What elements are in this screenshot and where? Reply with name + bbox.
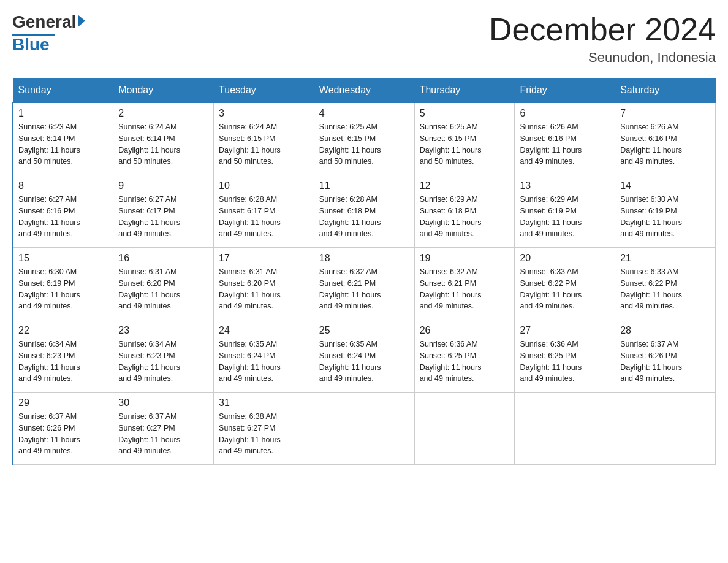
calendar-cell [515, 393, 615, 465]
calendar-cell: 6 Sunrise: 6:26 AM Sunset: 6:16 PM Dayli… [515, 102, 615, 175]
calendar-cell: 14 Sunrise: 6:30 AM Sunset: 6:19 PM Dayl… [615, 175, 716, 248]
day-number: 2 [118, 108, 208, 119]
day-number: 1 [18, 108, 108, 119]
calendar-table: SundayMondayTuesdayWednesdayThursdayFrid… [12, 78, 716, 465]
calendar-cell: 25 Sunrise: 6:35 AM Sunset: 6:24 PM Dayl… [314, 320, 414, 393]
calendar-cell: 11 Sunrise: 6:28 AM Sunset: 6:18 PM Dayl… [314, 175, 414, 248]
day-number: 9 [118, 180, 208, 191]
day-info: Sunrise: 6:24 AM Sunset: 6:14 PM Dayligh… [118, 121, 208, 167]
day-number: 16 [118, 253, 208, 264]
day-info: Sunrise: 6:37 AM Sunset: 6:27 PM Dayligh… [118, 411, 208, 457]
day-info: Sunrise: 6:32 AM Sunset: 6:21 PM Dayligh… [319, 266, 409, 312]
day-info: Sunrise: 6:34 AM Sunset: 6:23 PM Dayligh… [118, 339, 208, 385]
logo-triangle-icon [78, 15, 85, 27]
day-number: 24 [219, 325, 309, 336]
calendar-cell: 8 Sunrise: 6:27 AM Sunset: 6:16 PM Dayli… [13, 175, 113, 248]
calendar-cell: 24 Sunrise: 6:35 AM Sunset: 6:24 PM Dayl… [214, 320, 314, 393]
calendar-cell: 2 Sunrise: 6:24 AM Sunset: 6:14 PM Dayli… [113, 102, 214, 175]
day-info: Sunrise: 6:25 AM Sunset: 6:15 PM Dayligh… [319, 121, 409, 167]
calendar-cell: 30 Sunrise: 6:37 AM Sunset: 6:27 PM Dayl… [113, 393, 214, 465]
calendar-cell: 18 Sunrise: 6:32 AM Sunset: 6:21 PM Dayl… [314, 248, 414, 320]
day-number: 4 [319, 108, 409, 119]
day-number: 19 [420, 253, 510, 264]
calendar-cell [314, 393, 414, 465]
column-header-friday: Friday [515, 79, 615, 103]
day-number: 3 [219, 108, 309, 119]
day-number: 5 [420, 108, 510, 119]
day-info: Sunrise: 6:29 AM Sunset: 6:19 PM Dayligh… [520, 194, 610, 240]
calendar-cell: 20 Sunrise: 6:33 AM Sunset: 6:22 PM Dayl… [515, 248, 615, 320]
day-number: 27 [520, 325, 610, 336]
day-number: 18 [319, 253, 409, 264]
day-number: 7 [620, 108, 710, 119]
calendar-week-row: 22 Sunrise: 6:34 AM Sunset: 6:23 PM Dayl… [13, 320, 716, 393]
day-info: Sunrise: 6:31 AM Sunset: 6:20 PM Dayligh… [118, 266, 208, 312]
calendar-cell: 21 Sunrise: 6:33 AM Sunset: 6:22 PM Dayl… [615, 248, 716, 320]
calendar-cell: 22 Sunrise: 6:34 AM Sunset: 6:23 PM Dayl… [13, 320, 113, 393]
column-header-tuesday: Tuesday [214, 79, 314, 103]
calendar-cell: 26 Sunrise: 6:36 AM Sunset: 6:25 PM Dayl… [414, 320, 515, 393]
day-number: 22 [18, 325, 108, 336]
calendar-cell: 19 Sunrise: 6:32 AM Sunset: 6:21 PM Dayl… [414, 248, 515, 320]
day-info: Sunrise: 6:27 AM Sunset: 6:17 PM Dayligh… [118, 194, 208, 240]
day-number: 13 [520, 180, 610, 191]
logo-general-text: General [12, 12, 76, 32]
calendar-cell: 28 Sunrise: 6:37 AM Sunset: 6:26 PM Dayl… [615, 320, 716, 393]
calendar-cell: 7 Sunrise: 6:26 AM Sunset: 6:16 PM Dayli… [615, 102, 716, 175]
calendar-cell: 23 Sunrise: 6:34 AM Sunset: 6:23 PM Dayl… [113, 320, 214, 393]
day-info: Sunrise: 6:29 AM Sunset: 6:18 PM Dayligh… [420, 194, 510, 240]
day-number: 31 [219, 397, 309, 408]
day-number: 20 [520, 253, 610, 264]
calendar-cell: 17 Sunrise: 6:31 AM Sunset: 6:20 PM Dayl… [214, 248, 314, 320]
day-info: Sunrise: 6:28 AM Sunset: 6:18 PM Dayligh… [319, 194, 409, 240]
day-info: Sunrise: 6:33 AM Sunset: 6:22 PM Dayligh… [620, 266, 710, 312]
calendar-cell: 3 Sunrise: 6:24 AM Sunset: 6:15 PM Dayli… [214, 102, 314, 175]
calendar-week-row: 8 Sunrise: 6:27 AM Sunset: 6:16 PM Dayli… [13, 175, 716, 248]
calendar-cell: 16 Sunrise: 6:31 AM Sunset: 6:20 PM Dayl… [113, 248, 214, 320]
title-section: December 2024 Seunudon, Indonesia [489, 12, 716, 66]
day-number: 23 [118, 325, 208, 336]
column-header-thursday: Thursday [414, 79, 515, 103]
location-subtitle: Seunudon, Indonesia [489, 50, 716, 66]
day-info: Sunrise: 6:31 AM Sunset: 6:20 PM Dayligh… [219, 266, 309, 312]
day-number: 10 [219, 180, 309, 191]
calendar-cell [615, 393, 716, 465]
day-number: 6 [520, 108, 610, 119]
day-info: Sunrise: 6:36 AM Sunset: 6:25 PM Dayligh… [520, 339, 610, 385]
day-number: 11 [319, 180, 409, 191]
calendar-header-row: SundayMondayTuesdayWednesdayThursdayFrid… [13, 79, 716, 103]
column-header-saturday: Saturday [615, 79, 716, 103]
day-number: 28 [620, 325, 710, 336]
day-info: Sunrise: 6:24 AM Sunset: 6:15 PM Dayligh… [219, 121, 309, 167]
day-info: Sunrise: 6:30 AM Sunset: 6:19 PM Dayligh… [18, 266, 108, 312]
day-info: Sunrise: 6:26 AM Sunset: 6:16 PM Dayligh… [620, 121, 710, 167]
day-info: Sunrise: 6:34 AM Sunset: 6:23 PM Dayligh… [18, 339, 108, 385]
day-info: Sunrise: 6:28 AM Sunset: 6:17 PM Dayligh… [219, 194, 309, 240]
calendar-week-row: 1 Sunrise: 6:23 AM Sunset: 6:14 PM Dayli… [13, 102, 716, 175]
column-header-wednesday: Wednesday [314, 79, 414, 103]
column-header-monday: Monday [113, 79, 214, 103]
logo-blue-text: Blue [12, 35, 50, 54]
page-header: General Blue December 2024 Seunudon, Ind… [12, 12, 716, 66]
calendar-cell: 31 Sunrise: 6:38 AM Sunset: 6:27 PM Dayl… [214, 393, 314, 465]
day-info: Sunrise: 6:33 AM Sunset: 6:22 PM Dayligh… [520, 266, 610, 312]
day-info: Sunrise: 6:36 AM Sunset: 6:25 PM Dayligh… [420, 339, 510, 385]
day-number: 26 [420, 325, 510, 336]
calendar-week-row: 29 Sunrise: 6:37 AM Sunset: 6:26 PM Dayl… [13, 393, 716, 465]
day-info: Sunrise: 6:38 AM Sunset: 6:27 PM Dayligh… [219, 411, 309, 457]
day-number: 25 [319, 325, 409, 336]
calendar-cell: 1 Sunrise: 6:23 AM Sunset: 6:14 PM Dayli… [13, 102, 113, 175]
day-info: Sunrise: 6:23 AM Sunset: 6:14 PM Dayligh… [18, 121, 108, 167]
logo: General Blue [12, 12, 85, 55]
calendar-week-row: 15 Sunrise: 6:30 AM Sunset: 6:19 PM Dayl… [13, 248, 716, 320]
day-info: Sunrise: 6:37 AM Sunset: 6:26 PM Dayligh… [620, 339, 710, 385]
calendar-cell: 9 Sunrise: 6:27 AM Sunset: 6:17 PM Dayli… [113, 175, 214, 248]
column-header-sunday: Sunday [13, 79, 113, 103]
calendar-cell: 5 Sunrise: 6:25 AM Sunset: 6:15 PM Dayli… [414, 102, 515, 175]
day-info: Sunrise: 6:35 AM Sunset: 6:24 PM Dayligh… [319, 339, 409, 385]
day-info: Sunrise: 6:30 AM Sunset: 6:19 PM Dayligh… [620, 194, 710, 240]
calendar-cell: 12 Sunrise: 6:29 AM Sunset: 6:18 PM Dayl… [414, 175, 515, 248]
day-info: Sunrise: 6:37 AM Sunset: 6:26 PM Dayligh… [18, 411, 108, 457]
day-number: 8 [18, 180, 108, 191]
day-info: Sunrise: 6:32 AM Sunset: 6:21 PM Dayligh… [420, 266, 510, 312]
